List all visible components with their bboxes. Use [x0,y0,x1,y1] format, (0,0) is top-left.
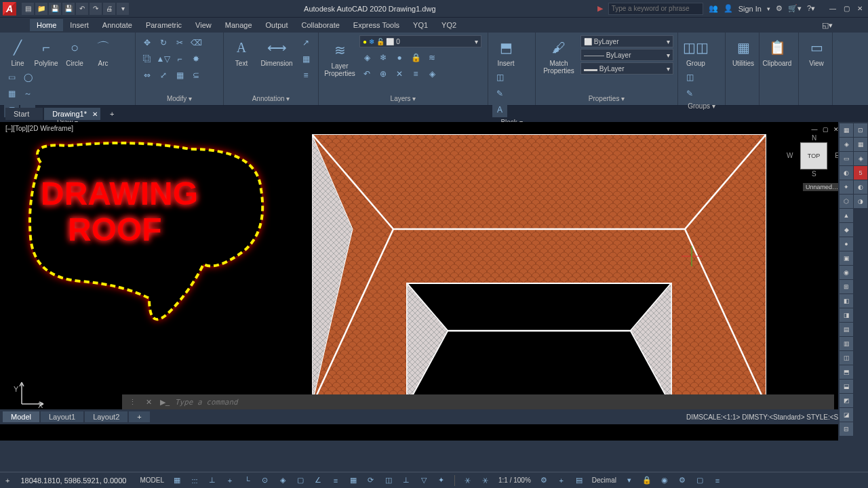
qat-undo-icon[interactable]: ↶ [76,3,88,15]
close-icon[interactable]: ✕ [854,3,865,14]
pal-icon[interactable]: ● [840,237,853,251]
customize-icon[interactable]: ≡ [710,474,725,487]
signin-label[interactable]: Sign In [738,5,762,13]
qat-open-icon[interactable]: 📁 [35,3,47,15]
linetype-combo[interactable]: ——— ByLayer▾ [580,49,673,61]
panel-layers-label[interactable]: Layers ▾ [323,94,484,102]
pal-icon[interactable]: ▥ [840,337,853,350]
help-icon[interactable]: ?▾ [807,4,815,13]
minimize-icon[interactable]: — [827,3,838,14]
pal-icon[interactable]: ⊟ [840,422,853,436]
pal-icon[interactable]: ◑ [854,195,867,208]
layer-states-icon[interactable]: ◈ [425,66,439,81]
mtext-icon[interactable]: ≡ [298,68,313,83]
layer-off-icon[interactable]: ● [392,50,407,65]
layer-iso-icon[interactable]: ◈ [359,50,374,65]
pal-icon[interactable]: ◈ [840,138,853,151]
maximize-icon[interactable]: ▢ [841,3,852,14]
cycling-icon[interactable]: ⟳ [363,474,378,487]
transparency-icon[interactable]: ▦ [346,474,361,487]
tab-output[interactable]: Output [259,19,295,31]
panel-annotation-label[interactable]: Annotation ▾ [228,94,314,102]
layer-del-icon[interactable]: ✕ [392,66,407,81]
pal-icon[interactable]: ◈ [854,152,867,165]
command-input[interactable] [175,398,830,407]
viewcube-label[interactable]: Unnamed… [803,183,841,191]
clean-screen-icon[interactable]: ▢ [692,474,707,487]
osnap-icon[interactable]: ▢ [293,474,308,487]
tab-home[interactable]: Home [30,19,63,31]
layout-tab-layout1[interactable]: Layout1 [41,411,83,422]
pal-icon[interactable]: ⬡ [840,195,853,208]
connect-icon[interactable]: 👥 [709,4,718,13]
layer-combo[interactable]: ● ❄ 🔓 ⬜ 0▾ [359,35,481,47]
file-tab-start[interactable]: Start [5,108,43,120]
ducs-icon[interactable]: ⊥ [399,474,414,487]
match-properties-button[interactable]: 🖌 Match Properties [540,35,578,76]
panel-modify-label[interactable]: Modify ▾ [140,94,219,102]
cmd-handle-icon[interactable]: ⋮ [126,396,138,408]
filter-icon[interactable]: ▽ [416,474,431,487]
snap-icon[interactable]: ::: [187,474,202,487]
isolate-icon[interactable]: ◉ [657,474,672,487]
fillet-icon[interactable]: ⌐ [172,52,187,66]
ellipse-icon[interactable]: ◯ [20,70,35,85]
utilities-button[interactable]: ▦ Utilities [730,35,757,68]
tab-yq1[interactable]: YQ1 [406,19,435,31]
file-tab-drawing1[interactable]: Drawing1*✕ [44,108,100,120]
units-label[interactable]: Decimal [589,476,619,484]
move-icon[interactable]: ✥ [140,35,155,50]
insert-button[interactable]: ⬒ Insert [492,35,519,68]
hatch-icon[interactable]: ▦ [4,86,19,101]
array-icon[interactable]: ▦ [172,68,187,83]
explode-icon[interactable]: ✸ [189,52,203,66]
leader-icon[interactable]: ↗ [298,35,313,50]
quick-props-icon[interactable]: ▾ [622,474,637,487]
group-edit-icon[interactable]: ✎ [682,86,697,101]
workspace-icon[interactable]: ⚙ [536,474,551,487]
viewcube[interactable]: N S E W TOP [793,136,834,176]
group-button[interactable]: ◫◫ Group [682,35,709,68]
pal-icon[interactable]: ▭ [840,152,853,165]
anno-auto-icon[interactable]: ⚹ [478,474,493,487]
erase-icon[interactable]: ⌫ [189,35,203,50]
scale-icon[interactable]: ⤢ [156,68,171,83]
viewport-label[interactable]: [–][Top][2D Wireframe] [5,125,73,132]
offset-icon[interactable]: ⊆ [189,68,203,83]
create-block-icon[interactable]: ◫ [492,70,507,85]
pal-icon[interactable]: ◐ [854,180,867,194]
cmd-close-icon[interactable]: ✕ [142,396,155,408]
stretch-icon[interactable]: ⇔ [140,68,155,83]
arc-button[interactable]: ⌒ Arc [90,35,117,68]
model-space-button[interactable]: MODEL [137,476,167,484]
new-tab-button[interactable]: + [102,108,127,120]
tab-collaborate[interactable]: Collaborate [295,19,347,31]
copy-icon[interactable]: ⿻ [140,52,155,66]
circle-button[interactable]: ○ Circle [61,35,88,68]
grid-icon[interactable]: ▦ [170,474,184,487]
vp-min-icon[interactable]: — [810,125,819,134]
keyword-search-input[interactable] [608,3,703,15]
layer-properties-button[interactable]: ≋ Layer Properties [323,38,357,79]
units-icon[interactable]: ▤ [572,474,587,487]
qat-save-icon[interactable]: 💾 [49,3,61,15]
pal-icon[interactable]: ◨ [840,308,853,322]
view-button[interactable]: ▭ View [803,35,830,68]
tab-express[interactable]: Express Tools [347,19,406,31]
layer-freeze-icon[interactable]: ❄ [376,50,391,65]
pal-icon[interactable]: ◆ [840,223,853,237]
layer-merge-icon[interactable]: ⊕ [376,66,391,81]
anno-scale[interactable]: 1:1 / 100% [496,476,534,484]
pal-icon[interactable]: ◐ [840,166,853,180]
qat-redo-icon[interactable]: ↷ [90,3,102,15]
text-button[interactable]: A Text [228,35,255,68]
vp-max-icon[interactable]: ▢ [821,125,830,134]
anno-monitor-icon[interactable]: + [554,474,569,487]
pal-icon[interactable]: ✦ [840,180,853,194]
color-combo[interactable]: ⬜ ByLayer▾ [580,35,673,47]
gizmo-icon[interactable]: ✦ [434,474,449,487]
3dosnap-icon[interactable]: ◫ [381,474,396,487]
pal-icon[interactable]: ◩ [840,394,853,407]
pal-icon[interactable]: ⊞ [840,280,853,293]
layout-tab-add[interactable]: + [129,411,149,422]
